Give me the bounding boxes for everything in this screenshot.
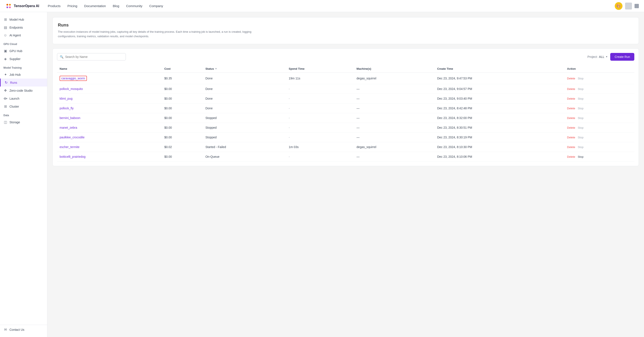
delete-action[interactable]: Delete	[567, 145, 575, 149]
table-row: escher_termite$0.02Started - Failed1m 03…	[57, 142, 634, 152]
delete-action[interactable]: Delete	[567, 87, 575, 91]
col-create-time: Create Time	[434, 65, 564, 73]
sidebar-item-model-hub[interactable]: ⊞ Model Hub	[0, 16, 47, 24]
table-container: 🔍 Project: ALL ▼ Create Run Name	[52, 49, 639, 166]
job-hub-icon: ✦	[4, 73, 7, 77]
model-hub-icon: ⊞	[4, 18, 7, 22]
nav-pricing[interactable]: Pricing	[67, 4, 77, 8]
project-value: ALL	[599, 55, 604, 59]
search-icon: 🔍	[60, 55, 64, 59]
endpoints-icon: ▤	[4, 25, 7, 30]
delete-action[interactable]: Delete	[567, 116, 575, 120]
runs-icon: ↻	[4, 81, 8, 85]
page-description: The execution instances of model trainin…	[58, 30, 252, 39]
sidebar: ⊞ Model Hub ▤ Endpoints ☺ AI Agent GPU C…	[0, 12, 47, 337]
layout: ⊞ Model Hub ▤ Endpoints ☺ AI Agent GPU C…	[0, 12, 644, 337]
delete-action[interactable]: Delete	[567, 155, 575, 158]
sidebar-item-zero-code-studio[interactable]: ❖ Zero-code Studio	[0, 87, 47, 95]
page-title: Runs	[58, 23, 634, 28]
sidebar-item-ai-agent[interactable]: ☺ AI Agent	[0, 32, 47, 39]
storage-icon: ◫	[4, 120, 7, 124]
run-name-link[interactable]: botticelli_prairiedog	[60, 155, 86, 158]
logo-area[interactable]: TensorOpera AI	[5, 3, 39, 10]
stop-action: Stop	[578, 126, 584, 129]
create-run-button[interactable]: Create Run	[610, 53, 634, 61]
toolbar-right: Project: ALL ▼ Create Run	[588, 53, 634, 61]
table-row: pollock_fly$0.00Done-—Dec 23, 2024, 8:42…	[57, 103, 634, 113]
sidebar-item-runs[interactable]: ↻ Runs	[0, 79, 47, 87]
nav-icon-2[interactable]	[634, 4, 639, 8]
top-nav: TensorOpera AI Products Pricing Document…	[0, 0, 644, 12]
table-row: caravaggio_worm$0.35Done19m 11sdegas_squ…	[57, 73, 634, 84]
nav-community[interactable]: Community	[126, 4, 142, 8]
nav-documentation[interactable]: Documentation	[84, 4, 106, 8]
nav-icon-1[interactable]	[625, 3, 632, 10]
stop-action: Stop	[578, 97, 584, 100]
search-input[interactable]	[65, 55, 123, 59]
sidebar-item-endpoints[interactable]: ▤ Endpoints	[0, 24, 47, 32]
sidebar-item-contact-us[interactable]: ✉ Contact Us	[0, 325, 47, 333]
table-row: paulklee_crocodile$0.00Stopped-—Dec 23, …	[57, 132, 634, 142]
chevron-down-icon: ▼	[606, 56, 608, 58]
logo-icon	[5, 3, 12, 10]
stop-action: Stop	[578, 77, 584, 80]
cluster-icon: ⊞	[4, 104, 7, 109]
stop-action: Stop	[578, 145, 584, 149]
run-name-link[interactable]: bernini_baboon	[60, 116, 80, 120]
run-name-link[interactable]: klimt_pug	[60, 97, 72, 100]
sidebar-item-supplier[interactable]: ◈ Supplier	[0, 55, 47, 63]
sidebar-item-job-hub[interactable]: ✦ Job Hub	[0, 71, 47, 79]
table-toolbar: 🔍 Project: ALL ▼ Create Run	[57, 53, 634, 61]
stop-action: Stop	[578, 87, 584, 91]
gpu-hub-icon: ▣	[4, 49, 7, 53]
project-filter[interactable]: Project: ALL ▼	[588, 55, 608, 59]
data-section-label: Data	[0, 110, 47, 118]
model-training-section-label: Model Training	[0, 63, 47, 71]
table-row: klimt_pug$0.00Done-—Dec 23, 2024, 9:03:4…	[57, 94, 634, 103]
stop-action[interactable]: Stop	[578, 155, 584, 158]
nav-company[interactable]: Company	[149, 4, 163, 8]
col-spend-time: Spend Time	[286, 65, 354, 73]
run-name-link[interactable]: pollock_mosquito	[60, 87, 83, 91]
project-label: Project:	[588, 55, 598, 59]
ai-agent-icon: ☺	[4, 33, 7, 37]
stop-action: Stop	[578, 116, 584, 120]
run-name-link[interactable]: paulklee_crocodile	[60, 136, 84, 139]
svg-point-3	[9, 7, 11, 8]
avatar[interactable]: 🎨	[615, 2, 622, 10]
run-name-link[interactable]: escher_termite	[60, 145, 80, 149]
nav-links: Products Pricing Documentation Blog Comm…	[48, 4, 615, 8]
logo-text: TensorOpera AI	[14, 4, 39, 8]
run-name-link[interactable]: pollock_fly	[60, 107, 74, 110]
sidebar-item-launch[interactable]: ⟴ Launch	[0, 95, 47, 102]
supplier-icon: ◈	[4, 57, 7, 61]
zero-code-icon: ❖	[4, 89, 7, 93]
svg-point-1	[9, 4, 11, 6]
search-box[interactable]: 🔍	[57, 53, 126, 61]
sidebar-item-storage[interactable]: ◫ Storage	[0, 118, 47, 126]
nav-blog[interactable]: Blog	[113, 4, 119, 8]
run-name-link[interactable]: manet_zebra	[60, 126, 77, 129]
svg-point-0	[6, 4, 8, 6]
run-name-link[interactable]: caravaggio_worm	[60, 76, 87, 81]
table-row: bernini_baboon$0.00Stopped-—Dec 23, 2024…	[57, 113, 634, 123]
nav-products[interactable]: Products	[48, 4, 60, 8]
page-header: Runs The execution instances of model tr…	[52, 17, 639, 44]
sidebar-item-cluster[interactable]: ⊞ Cluster	[0, 102, 47, 110]
delete-action[interactable]: Delete	[567, 136, 575, 139]
delete-action[interactable]: Delete	[567, 107, 575, 110]
stop-action: Stop	[578, 107, 584, 110]
delete-action[interactable]: Delete	[567, 77, 575, 80]
table-row: manet_zebra$0.00Stopped-—Dec 23, 2024, 8…	[57, 123, 634, 132]
delete-action[interactable]: Delete	[567, 126, 575, 129]
col-name: Name	[57, 65, 162, 73]
runs-table: Name Cost Status ▼ Spend Time Machine(s)…	[57, 65, 634, 162]
launch-icon: ⟴	[4, 96, 7, 101]
main-content: Runs The execution instances of model tr…	[47, 12, 644, 337]
status-filter-icon[interactable]: ▼	[215, 67, 217, 70]
table-row: pollock_mosquito$0.00Done-—Dec 23, 2024,…	[57, 84, 634, 94]
sidebar-item-gpu-hub[interactable]: ▣ GPU Hub	[0, 47, 47, 55]
col-machines: Machine(s)	[354, 65, 435, 73]
delete-action[interactable]: Delete	[567, 97, 575, 100]
col-status[interactable]: Status ▼	[203, 65, 286, 73]
